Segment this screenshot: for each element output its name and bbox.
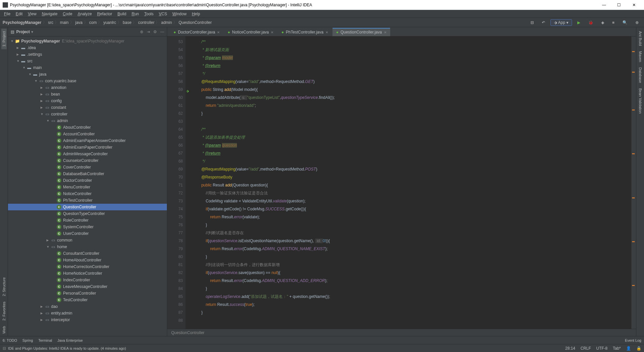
crumb-item[interactable]: base bbox=[123, 20, 131, 25]
tree-item-covercontroller[interactable]: CCoverController bbox=[8, 164, 167, 171]
toggle-layout-icon[interactable]: ⊟ bbox=[528, 20, 537, 26]
crumb-class[interactable]: QuestionController bbox=[179, 20, 212, 25]
encoding[interactable]: UTF-8 bbox=[596, 346, 608, 351]
tree-item-questioncontroller[interactable]: CQuestionController bbox=[8, 204, 167, 210]
run-config-selector[interactable]: ⬗ App ▾ bbox=[550, 19, 572, 26]
tree-item-consultantcontroller[interactable]: CConsultantController bbox=[8, 250, 167, 257]
tree-item-src[interactable]: ▼▬src bbox=[8, 58, 167, 64]
crumb-item[interactable]: yuanlrc bbox=[103, 20, 116, 25]
tree-item-java[interactable]: ▼▬java bbox=[8, 71, 167, 78]
run-button[interactable]: ▶ bbox=[575, 20, 583, 26]
menu-edit[interactable]: Edit bbox=[13, 12, 25, 16]
tree-item-adminmessagecontroller[interactable]: CAdminMessageController bbox=[8, 151, 167, 157]
bottom-tab-spring[interactable]: Spring bbox=[23, 338, 33, 342]
tree-item-noticecontroller[interactable]: CNoticeController bbox=[8, 190, 167, 197]
collapse-icon[interactable]: ⇥ bbox=[147, 30, 150, 34]
crumb-item[interactable]: src bbox=[48, 20, 53, 25]
bottom-tab-terminal[interactable]: Terminal bbox=[38, 338, 52, 342]
search-icon[interactable]: 🔍 bbox=[620, 20, 630, 26]
tree-item-config[interactable]: ▶▭config bbox=[8, 98, 167, 104]
tree-item-admin[interactable]: ▼▭admin bbox=[8, 117, 167, 124]
tree-item-rolecontroller[interactable]: CRoleController bbox=[8, 217, 167, 224]
lock-icon[interactable]: 🔒 bbox=[636, 346, 641, 351]
gear-icon[interactable]: ⚙ bbox=[153, 30, 157, 34]
cursor-position[interactable]: 28:14 bbox=[565, 346, 575, 351]
tree-item-bean[interactable]: ▶▭bean bbox=[8, 91, 167, 98]
tree-item-systemcontroller[interactable]: CSystemController bbox=[8, 224, 167, 230]
debug-button[interactable]: 🐞 bbox=[586, 20, 596, 26]
tree-item-homenoticecontroller[interactable]: CHomeNoticeController bbox=[8, 270, 167, 277]
tree-item-personalcontroller[interactable]: CPersonalController bbox=[8, 290, 167, 297]
tree-item-counselorcontroller[interactable]: CCounselorController bbox=[8, 157, 167, 164]
editor-tab[interactable]: ●QuestionController.java✕ bbox=[332, 28, 390, 36]
tree-item-accountcontroller[interactable]: CAccountController bbox=[8, 131, 167, 137]
code-editor[interactable]: /** * 新增试题页面 * @param model * @return */… bbox=[186, 36, 631, 329]
close-tab-icon[interactable]: ✕ bbox=[217, 31, 220, 34]
tree-item-usercontroller[interactable]: CUserController bbox=[8, 230, 167, 237]
menu-navigate[interactable]: Navigate bbox=[39, 12, 60, 16]
tree-item-home[interactable]: ▼▭home bbox=[8, 244, 167, 250]
right-tab-maven[interactable]: Maven bbox=[638, 48, 643, 65]
maximize-button[interactable]: ☐ bbox=[611, 0, 626, 10]
locate-icon[interactable]: ⊕ bbox=[140, 30, 143, 34]
hide-icon[interactable]: — bbox=[160, 30, 164, 34]
tree-item-common[interactable]: ▶▭common bbox=[8, 237, 167, 244]
right-tab-ant[interactable]: Ant Build bbox=[638, 29, 643, 48]
menu-window[interactable]: Window bbox=[170, 12, 189, 16]
tree-item--idea[interactable]: ▶▬.idea bbox=[8, 44, 167, 51]
left-tab-project[interactable]: 1: Project bbox=[1, 29, 7, 49]
menu-refactor[interactable]: Refactor bbox=[95, 12, 115, 16]
tree-item-indexcontroller[interactable]: CIndexController bbox=[8, 277, 167, 283]
tree-item-com-yuanlrc-base[interactable]: ▼▭com.yuanlrc.base bbox=[8, 78, 167, 84]
tree-item-phtestcontroller[interactable]: CPhTestController bbox=[8, 197, 167, 204]
menu-run[interactable]: Run bbox=[129, 12, 142, 16]
tree-item-dao[interactable]: ▶▭dao bbox=[8, 303, 167, 310]
tree-item-adminexampaperanswercontroller[interactable]: CAdminExamPaperAnswerController bbox=[8, 137, 167, 144]
error-stripe[interactable] bbox=[631, 36, 636, 329]
line-separator[interactable]: CRLF bbox=[581, 346, 591, 351]
tree-item-doctorcontroller[interactable]: CDoctorController bbox=[8, 177, 167, 184]
crumb-item[interactable]: admin bbox=[161, 20, 172, 25]
left-tab-web[interactable]: Web bbox=[1, 323, 7, 336]
right-tab-database[interactable]: Database bbox=[638, 65, 643, 86]
tree-item-entity-admin[interactable]: ▶▭entity.admin bbox=[8, 310, 167, 317]
tree-item-main[interactable]: ▼▬main bbox=[8, 64, 167, 71]
minimize-button[interactable]: — bbox=[597, 0, 611, 10]
tree-item-homeaboutcontroller[interactable]: CHomeAboutController bbox=[8, 257, 167, 263]
crumb-project[interactable]: PsychologyManager bbox=[3, 20, 41, 25]
menu-build[interactable]: Build bbox=[115, 12, 129, 16]
coverage-button[interactable]: ◈ bbox=[599, 20, 607, 26]
close-button[interactable]: ✕ bbox=[626, 0, 641, 10]
menu-help[interactable]: Help bbox=[189, 12, 203, 16]
menu-code[interactable]: Code bbox=[60, 12, 75, 16]
editor-tab[interactable]: ●DoctorController.java✕ bbox=[170, 28, 223, 36]
crumb-item[interactable]: main bbox=[60, 20, 69, 25]
close-tab-icon[interactable]: ✕ bbox=[325, 31, 328, 34]
tree-item-constant[interactable]: ▶▭constant bbox=[8, 104, 167, 111]
menu-vcs[interactable]: VCS bbox=[156, 12, 170, 16]
tree-item-testcontroller[interactable]: CTestController bbox=[8, 297, 167, 303]
crumb-item[interactable]: com bbox=[89, 20, 97, 25]
tree-item-leavemessagecontroller[interactable]: CLeaveMessageController bbox=[8, 283, 167, 290]
indent[interactable]: Tab* bbox=[613, 346, 621, 351]
bottom-tab-eventlog[interactable]: Event Log bbox=[625, 338, 641, 342]
editor-breadcrumb[interactable]: QuestionController bbox=[167, 329, 636, 336]
project-tree[interactable]: ▼📁PsychologyManagerE:\idea_space\Psychol… bbox=[8, 36, 167, 336]
bottom-tab-todo[interactable]: 6: TODO bbox=[3, 338, 17, 342]
menu-tools[interactable]: Tools bbox=[142, 12, 156, 16]
inspection-icon[interactable]: 👤 bbox=[626, 346, 631, 351]
editor-tab[interactable]: ●NoticeController.java✕ bbox=[224, 28, 277, 36]
menu-view[interactable]: View bbox=[25, 12, 39, 16]
settings-icon[interactable]: ⊕ bbox=[633, 20, 641, 26]
menu-file[interactable]: File bbox=[1, 12, 13, 16]
tree-item-questiontypecontroller[interactable]: CQuestionTypeController bbox=[8, 210, 167, 217]
menu-analyze[interactable]: Analyze bbox=[75, 12, 95, 16]
right-tab-bean[interactable]: Bean Validation bbox=[638, 86, 643, 116]
tree-item--settings[interactable]: ▶▬.settings bbox=[8, 51, 167, 58]
tree-item-databasebakcontroller[interactable]: CDatabaseBakController bbox=[8, 171, 167, 177]
close-tab-icon[interactable]: ✕ bbox=[384, 31, 387, 34]
crumb-item[interactable]: java bbox=[75, 20, 83, 25]
left-tab-structure[interactable]: 2: Structure bbox=[1, 275, 7, 299]
crumb-item[interactable]: controller bbox=[138, 20, 154, 25]
bottom-tab-java-enterprise[interactable]: Java Enterprise bbox=[57, 338, 83, 342]
